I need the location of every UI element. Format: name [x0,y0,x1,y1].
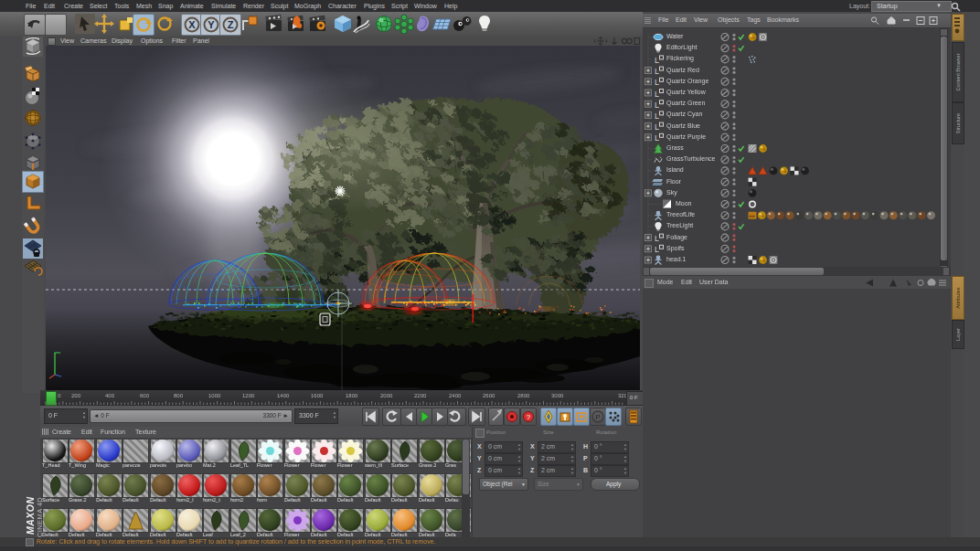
svg-text:Y: Y [208,19,215,30]
svg-text:L: L [655,245,659,254]
svg-text:L: L [655,234,659,243]
svg-text:X: X [188,19,196,30]
svg-text:L: L [655,122,659,132]
svg-text:L: L [655,78,659,87]
svg-text:L: L [655,90,659,99]
svg-text:L: L [655,111,659,121]
svg-text:L: L [655,56,659,65]
svg-text:P: P [595,413,600,421]
svg-text:?: ? [527,413,531,421]
svg-text:L: L [655,101,659,110]
svg-text:L: L [655,67,659,76]
svg-text:«»: «» [749,213,755,218]
svg-text:Z: Z [228,19,234,30]
svg-text:L: L [655,133,659,143]
